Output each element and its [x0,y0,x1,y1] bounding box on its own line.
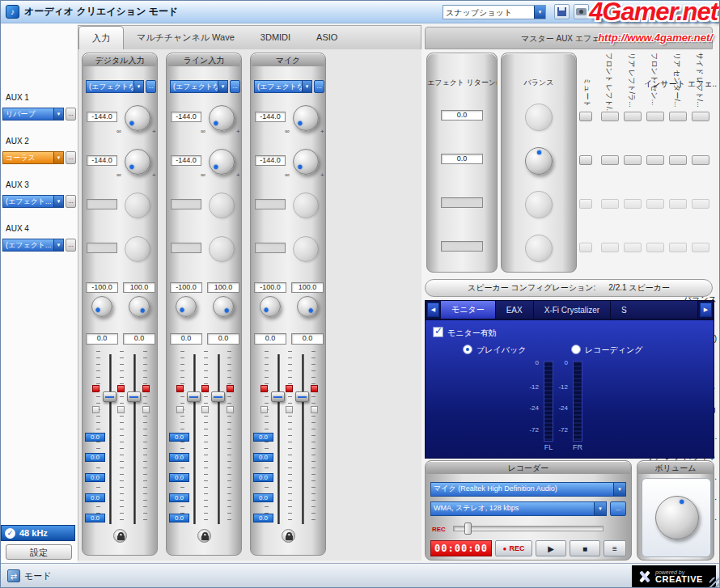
mute-button[interactable] [117,385,125,392]
routing-cell[interactable] [624,155,642,165]
tab-scroll-left-button[interactable]: ◀ [427,302,439,317]
routing-cell[interactable] [692,112,709,121]
lock-button[interactable] [197,529,211,543]
solo-button[interactable] [201,406,209,413]
side-lr-level[interactable]: 0.0 [85,514,105,522]
tab-multichannel-wave[interactable]: マルチチャンネル Wave [124,26,248,49]
aux1-send-knob[interactable] [293,105,319,131]
level-right-value[interactable]: 0.0 [123,333,155,345]
level-right-value[interactable]: 0.0 [207,333,239,345]
routing-cell[interactable] [669,155,687,165]
level-left-value[interactable]: 0.0 [170,333,202,345]
solo-button[interactable] [227,406,234,413]
front-center-level[interactable]: 0.0 [169,473,189,482]
resize-grip[interactable] [709,577,720,588]
side-lr-level[interactable]: 0.0 [169,514,189,522]
save-snapshot-button[interactable] [554,4,570,19]
balance-left-value[interactable]: -100.0 [170,282,202,293]
mute-button[interactable] [286,385,293,392]
master-balance-knob-aux2[interactable] [525,147,553,175]
chevron-down-icon[interactable]: ▼ [218,81,227,92]
snapshot-combobox[interactable]: スナップショット ▼ [443,5,546,19]
balance-right-knob[interactable] [129,296,150,317]
mute-button[interactable] [201,385,209,392]
aux2-send-value[interactable]: -144.0 [171,155,201,166]
stop-button[interactable]: ■ [570,540,600,556]
level-fader-left[interactable] [103,391,116,402]
mute-button[interactable] [176,385,184,392]
aux2-options-button[interactable]: ... [66,151,76,164]
balance-left-knob[interactable] [260,296,281,317]
balance-left-knob[interactable] [91,296,112,317]
front-lr-level[interactable]: 0.0 [85,433,105,442]
aux2-effect-combobox[interactable]: コーラス ▼ [2,151,64,164]
lock-button[interactable] [282,529,295,543]
chevron-down-icon[interactable]: ▼ [53,239,63,251]
snapshot-camera-button[interactable] [574,4,589,19]
side-lr-level[interactable]: 0.0 [253,514,273,522]
level-fader-right[interactable] [127,391,141,402]
insert-effect-combobox[interactable]: (エフェクトな... ▼ [170,80,228,93]
level-left-value[interactable]: 0.0 [254,333,286,345]
routing-cell[interactable] [692,155,709,165]
sample-rate-button[interactable]: ✓ 48 kHz [1,525,75,541]
aux1-send-value[interactable]: -144.0 [255,112,286,122]
level-right-value[interactable]: 0.0 [291,333,324,345]
rear-lr-level[interactable]: 0.0 [253,453,273,462]
rear-center-level[interactable]: 0.0 [169,493,189,502]
solo-button[interactable] [142,406,150,413]
rear-center-level[interactable]: 0.0 [253,493,273,502]
level-fader-right[interactable] [295,391,309,402]
aux3-effect-combobox[interactable]: (エフェクト... ▼ [2,195,64,208]
routing-cell[interactable] [601,155,619,165]
routing-cell[interactable] [624,112,642,121]
routing-cell[interactable] [601,112,619,121]
aux2-send-value[interactable]: -144.0 [255,155,286,166]
level-fader-right[interactable] [211,391,225,402]
aux1-send-value[interactable]: -144.0 [171,112,201,122]
insert-effect-options-button[interactable]: ... [314,80,324,93]
recorder-options-button[interactable]: ≡ [604,540,626,556]
chevron-down-icon[interactable]: ▼ [594,502,606,515]
aux1-send-knob[interactable] [125,105,150,131]
aux2-send-knob[interactable] [125,149,150,175]
tab-monitor[interactable]: モニター [441,301,496,319]
chevron-down-icon[interactable]: ▼ [53,196,63,207]
aux2-send-knob[interactable] [293,149,319,175]
level-left-value[interactable]: 0.0 [86,333,118,345]
aux2-send-value[interactable]: -144.0 [87,155,117,166]
aux2-mute-toggle[interactable] [579,155,592,165]
aux1-mute-toggle[interactable] [579,112,592,121]
rear-lr-level[interactable]: 0.0 [169,453,189,462]
balance-right-knob[interactable] [213,296,234,317]
tab-input[interactable]: 入力 [78,26,124,49]
chevron-down-icon[interactable]: ▼ [534,6,545,19]
routing-cell[interactable] [646,155,664,165]
balance-right-value[interactable]: 100.0 [291,282,324,293]
mute-button[interactable] [311,385,318,392]
mute-button[interactable] [92,385,100,392]
play-button[interactable]: ▶ [536,540,566,556]
chevron-down-icon[interactable]: ▼ [53,152,63,163]
chevron-down-icon[interactable]: ▼ [613,483,625,496]
chevron-down-icon[interactable]: ▼ [53,108,63,120]
solo-button[interactable] [92,406,100,413]
format-options-button[interactable]: ... [610,501,626,516]
chevron-down-icon[interactable]: ▼ [133,81,143,92]
aux1-options-button[interactable]: ... [66,108,76,121]
chevron-down-icon[interactable]: ▼ [302,81,311,92]
mute-button[interactable] [260,385,268,392]
insert-effect-options-button[interactable]: ... [146,80,156,93]
playback-radio[interactable] [463,345,472,354]
tab-eax[interactable]: EAX [496,301,534,319]
tab-xfi-crystalizer[interactable]: X-Fi Crystalizer [534,301,611,319]
front-center-level[interactable]: 0.0 [85,473,105,482]
balance-right-value[interactable]: 100.0 [207,282,239,293]
insert-effect-options-button[interactable]: ... [230,80,240,93]
rec-level-slider[interactable] [453,526,604,531]
front-lr-level[interactable]: 0.0 [169,433,189,442]
routing-cell[interactable] [646,112,664,121]
rear-center-level[interactable]: 0.0 [85,493,105,502]
aux3-options-button[interactable]: ... [66,195,76,208]
balance-right-knob[interactable] [297,296,318,317]
